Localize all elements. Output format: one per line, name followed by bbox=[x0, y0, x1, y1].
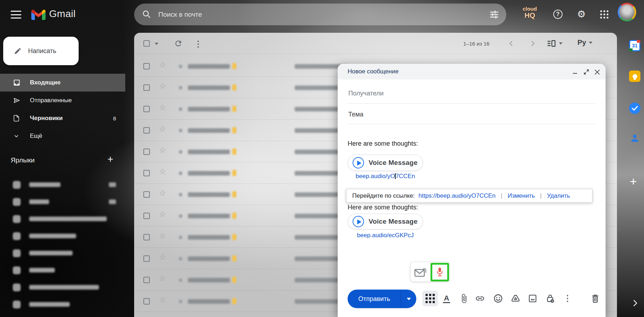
row-checkbox[interactable] bbox=[143, 277, 150, 283]
minimize-icon[interactable] bbox=[571, 68, 579, 76]
star-icon[interactable]: ☆ bbox=[159, 211, 166, 218]
more-options-icon[interactable] bbox=[197, 41, 199, 48]
row-checkbox[interactable] bbox=[143, 149, 150, 155]
star-icon[interactable]: ☆ bbox=[159, 189, 166, 197]
reading-pane-toggle[interactable] bbox=[547, 39, 563, 48]
collapse-panel-chevron-icon[interactable] bbox=[630, 298, 640, 308]
insert-photo-icon[interactable] bbox=[528, 293, 538, 304]
sidebar-item-sent[interactable]: Отправленные bbox=[0, 92, 125, 109]
star-icon[interactable]: ☆ bbox=[159, 61, 166, 69]
subject-field[interactable] bbox=[348, 105, 596, 124]
search-bar[interactable] bbox=[134, 4, 506, 25]
tasks-icon[interactable] bbox=[629, 103, 640, 114]
discard-draft-icon[interactable] bbox=[590, 293, 600, 304]
voice-message-link[interactable]: beep.audio/ecGKPcJ bbox=[348, 232, 423, 239]
contacts-icon[interactable] bbox=[629, 132, 640, 144]
label-item[interactable] bbox=[0, 262, 125, 279]
search-filter-icon[interactable] bbox=[489, 10, 499, 20]
label-item[interactable] bbox=[0, 176, 125, 193]
input-language-selector[interactable]: Ру bbox=[577, 38, 592, 47]
sidebar-item-more[interactable]: Ещё bbox=[0, 127, 125, 145]
side-panel-add-button[interactable]: + bbox=[630, 175, 637, 187]
star-icon[interactable]: ☆ bbox=[159, 125, 166, 133]
insert-emoji-icon[interactable] bbox=[493, 293, 503, 304]
avatar-photo bbox=[619, 4, 635, 20]
star-icon[interactable]: ☆ bbox=[159, 253, 166, 261]
compose-button[interactable]: Написать bbox=[3, 37, 79, 65]
keep-icon[interactable] bbox=[629, 71, 640, 82]
star-icon[interactable]: ☆ bbox=[159, 296, 166, 304]
play-icon[interactable] bbox=[353, 216, 364, 227]
confidential-mode-icon[interactable] bbox=[545, 293, 555, 304]
insert-link-icon[interactable] bbox=[475, 293, 485, 304]
star-icon[interactable]: ☆ bbox=[159, 82, 166, 90]
tooltip-url-link[interactable]: https://beep.audio/yO7CCEn bbox=[418, 192, 495, 199]
row-checkbox[interactable] bbox=[143, 255, 150, 262]
row-checkbox[interactable] bbox=[143, 127, 150, 134]
compose-header[interactable]: Новое сообщение bbox=[338, 64, 606, 79]
star-icon[interactable]: ☆ bbox=[159, 232, 166, 240]
close-icon[interactable] bbox=[593, 68, 601, 76]
row-checkbox[interactable] bbox=[143, 191, 150, 198]
sidebar-item-inbox[interactable]: Входящие bbox=[0, 74, 125, 92]
tooltip-delete-link[interactable]: Удалить bbox=[547, 192, 570, 199]
account-avatar[interactable] bbox=[618, 3, 636, 21]
row-checkbox[interactable] bbox=[143, 63, 150, 69]
sidebar-item-drafts[interactable]: Черновики 8 bbox=[0, 109, 125, 127]
star-icon[interactable]: ☆ bbox=[159, 275, 166, 282]
row-checkbox[interactable] bbox=[143, 298, 150, 305]
settings-button[interactable]: ⚙ bbox=[575, 8, 588, 21]
chevron-down-icon bbox=[559, 42, 563, 45]
add-label-button[interactable]: + bbox=[107, 154, 113, 165]
star-icon[interactable]: ☆ bbox=[159, 104, 166, 111]
voice-message-button[interactable]: Voice Message bbox=[348, 155, 423, 171]
row-checkbox[interactable] bbox=[143, 170, 150, 176]
label-tag-blurred bbox=[232, 298, 236, 304]
hamburger-menu-icon[interactable] bbox=[10, 9, 22, 20]
importance-marker-blurred bbox=[179, 86, 182, 89]
help-button[interactable]: ? bbox=[551, 8, 564, 21]
label-item[interactable] bbox=[0, 211, 125, 228]
more-options-icon[interactable] bbox=[563, 293, 572, 304]
pencil-icon bbox=[14, 47, 22, 55]
send-icon bbox=[13, 97, 21, 104]
voice-message-link[interactable]: beep.audio/yO7CCEn bbox=[348, 173, 423, 180]
attach-file-icon[interactable] bbox=[459, 293, 469, 304]
select-all-checkbox[interactable] bbox=[143, 40, 150, 47]
send-button[interactable]: Отправить bbox=[348, 290, 401, 308]
more-send-apps-button[interactable] bbox=[422, 291, 438, 306]
send-options-dropdown[interactable] bbox=[401, 290, 416, 308]
label-tag-blurred bbox=[232, 277, 236, 283]
play-icon[interactable] bbox=[353, 157, 364, 168]
google-apps-button[interactable] bbox=[598, 8, 611, 21]
row-checkbox[interactable] bbox=[143, 106, 150, 112]
label-item[interactable] bbox=[0, 279, 125, 296]
row-checkbox[interactable] bbox=[143, 84, 150, 91]
search-input[interactable] bbox=[158, 4, 464, 25]
row-checkbox[interactable] bbox=[143, 234, 150, 240]
search-icon[interactable] bbox=[142, 10, 151, 19]
voice-message-button[interactable]: Voice Message bbox=[348, 214, 423, 229]
older-page-chevron-icon[interactable] bbox=[528, 39, 537, 48]
tooltip-edit-link[interactable]: Изменить bbox=[508, 192, 535, 199]
label-item[interactable] bbox=[0, 245, 125, 262]
refresh-icon[interactable] bbox=[174, 39, 183, 48]
formatting-options-button[interactable]: A bbox=[442, 293, 452, 304]
insert-from-drive-icon[interactable] bbox=[511, 293, 521, 304]
row-checkbox[interactable] bbox=[143, 213, 150, 219]
recipients-field[interactable] bbox=[348, 84, 596, 103]
select-dropdown-icon[interactable] bbox=[155, 43, 158, 45]
label-item[interactable] bbox=[0, 193, 125, 211]
expand-icon[interactable] bbox=[582, 68, 591, 76]
newer-page-chevron-icon[interactable] bbox=[507, 39, 516, 48]
star-icon[interactable]: ☆ bbox=[159, 146, 166, 154]
label-item[interactable] bbox=[0, 296, 125, 313]
record-voice-button-highlighted[interactable] bbox=[431, 263, 449, 281]
calendar-icon[interactable]: 31 bbox=[629, 40, 640, 51]
body-paragraph[interactable]: Here are some thoughts: bbox=[348, 140, 418, 147]
body-paragraph[interactable]: Here are some thoughts: bbox=[348, 204, 418, 211]
star-icon[interactable]: ☆ bbox=[159, 168, 166, 176]
email-voice-icon[interactable] bbox=[414, 266, 428, 278]
cloudhq-extension-icon[interactable]: cloud HQ bbox=[519, 6, 540, 19]
label-item[interactable] bbox=[0, 228, 125, 245]
